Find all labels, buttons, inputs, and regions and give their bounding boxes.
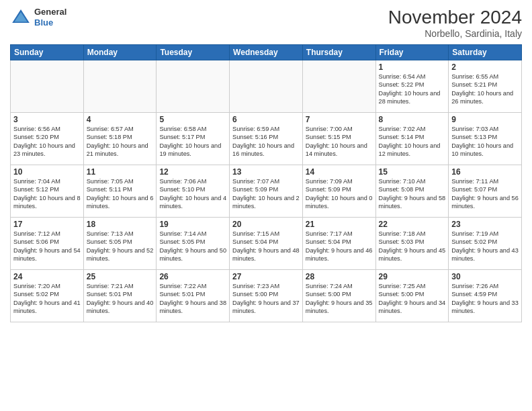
day-number: 15 xyxy=(379,167,446,177)
day-number: 6 xyxy=(232,115,300,124)
calendar-week-row: 3Sunrise: 6:56 AM Sunset: 5:20 PM Daylig… xyxy=(11,113,522,165)
calendar-week-row: 1Sunrise: 6:54 AM Sunset: 5:22 PM Daylig… xyxy=(11,60,522,113)
calendar-cell: 28Sunrise: 7:24 AM Sunset: 5:00 PM Dayli… xyxy=(302,270,375,322)
calendar-week-row: 24Sunrise: 7:20 AM Sunset: 5:02 PM Dayli… xyxy=(11,270,522,322)
weekday-header: Thursday xyxy=(302,45,375,60)
logo-general: General xyxy=(34,7,66,17)
day-number: 19 xyxy=(159,220,226,229)
logo-text: General Blue xyxy=(34,7,66,28)
day-detail: Sunrise: 7:09 AM Sunset: 5:09 PM Dayligh… xyxy=(306,177,373,211)
day-number: 25 xyxy=(87,272,154,281)
calendar-cell: 3Sunrise: 6:56 AM Sunset: 5:20 PM Daylig… xyxy=(11,113,84,165)
calendar-cell: 5Sunrise: 6:58 AM Sunset: 5:17 PM Daylig… xyxy=(157,113,230,165)
calendar-cell: 15Sunrise: 7:10 AM Sunset: 5:08 PM Dayli… xyxy=(375,165,449,218)
day-number: 20 xyxy=(232,220,300,229)
logo-blue: Blue xyxy=(34,17,66,28)
calendar-cell: 13Sunrise: 7:07 AM Sunset: 5:09 PM Dayli… xyxy=(230,165,303,218)
day-detail: Sunrise: 7:19 AM Sunset: 5:02 PM Dayligh… xyxy=(451,230,519,263)
day-number: 11 xyxy=(87,167,154,177)
day-number: 4 xyxy=(87,115,154,124)
day-detail: Sunrise: 7:06 AM Sunset: 5:10 PM Dayligh… xyxy=(159,177,226,211)
calendar-cell xyxy=(11,60,84,113)
calendar-cell: 27Sunrise: 7:23 AM Sunset: 5:00 PM Dayli… xyxy=(230,270,303,322)
day-detail: Sunrise: 6:54 AM Sunset: 5:22 PM Dayligh… xyxy=(379,73,446,106)
day-number: 24 xyxy=(13,272,81,281)
day-detail: Sunrise: 7:18 AM Sunset: 5:03 PM Dayligh… xyxy=(379,230,446,263)
day-number: 27 xyxy=(232,272,300,281)
calendar-cell: 21Sunrise: 7:17 AM Sunset: 5:04 PM Dayli… xyxy=(302,218,375,270)
month-title: November 2024 xyxy=(388,7,522,28)
weekday-header: Tuesday xyxy=(157,45,230,60)
day-detail: Sunrise: 7:15 AM Sunset: 5:04 PM Dayligh… xyxy=(232,230,300,263)
weekday-header: Saturday xyxy=(449,45,522,60)
day-number: 29 xyxy=(379,272,446,281)
logo: General Blue xyxy=(10,7,66,28)
day-detail: Sunrise: 7:14 AM Sunset: 5:05 PM Dayligh… xyxy=(159,230,226,263)
location-title: Norbello, Sardinia, Italy xyxy=(388,28,522,39)
calendar-cell: 8Sunrise: 7:02 AM Sunset: 5:14 PM Daylig… xyxy=(375,113,449,165)
calendar-cell: 16Sunrise: 7:11 AM Sunset: 5:07 PM Dayli… xyxy=(449,165,522,218)
calendar-cell xyxy=(157,60,230,113)
calendar-cell: 10Sunrise: 7:04 AM Sunset: 5:12 PM Dayli… xyxy=(11,165,84,218)
day-detail: Sunrise: 6:55 AM Sunset: 5:21 PM Dayligh… xyxy=(451,73,519,106)
day-detail: Sunrise: 7:24 AM Sunset: 5:00 PM Dayligh… xyxy=(306,282,373,316)
calendar-header-row: SundayMondayTuesdayWednesdayThursdayFrid… xyxy=(11,45,522,60)
day-number: 14 xyxy=(306,167,373,177)
calendar-cell: 11Sunrise: 7:05 AM Sunset: 5:11 PM Dayli… xyxy=(83,165,157,218)
day-number: 22 xyxy=(379,220,446,229)
calendar-cell: 9Sunrise: 7:03 AM Sunset: 5:13 PM Daylig… xyxy=(449,113,522,165)
day-number: 2 xyxy=(451,62,519,72)
calendar-cell: 19Sunrise: 7:14 AM Sunset: 5:05 PM Dayli… xyxy=(157,218,230,270)
day-number: 8 xyxy=(379,115,446,124)
title-block: November 2024 Norbello, Sardinia, Italy xyxy=(388,7,522,39)
day-number: 10 xyxy=(13,167,81,177)
calendar-cell: 23Sunrise: 7:19 AM Sunset: 5:02 PM Dayli… xyxy=(449,218,522,270)
day-detail: Sunrise: 7:12 AM Sunset: 5:06 PM Dayligh… xyxy=(13,230,81,263)
weekday-header: Friday xyxy=(375,45,449,60)
calendar-week-row: 10Sunrise: 7:04 AM Sunset: 5:12 PM Dayli… xyxy=(11,165,522,218)
calendar-cell: 12Sunrise: 7:06 AM Sunset: 5:10 PM Dayli… xyxy=(157,165,230,218)
day-detail: Sunrise: 7:10 AM Sunset: 5:08 PM Dayligh… xyxy=(379,177,446,211)
day-detail: Sunrise: 6:58 AM Sunset: 5:17 PM Dayligh… xyxy=(159,125,226,158)
weekday-header: Monday xyxy=(83,45,157,60)
logo-icon xyxy=(10,7,32,28)
calendar-cell: 25Sunrise: 7:21 AM Sunset: 5:01 PM Dayli… xyxy=(83,270,157,322)
calendar-week-row: 17Sunrise: 7:12 AM Sunset: 5:06 PM Dayli… xyxy=(11,218,522,270)
header: General Blue November 2024 Norbello, Sar… xyxy=(10,7,522,39)
day-number: 7 xyxy=(306,115,373,124)
day-detail: Sunrise: 6:57 AM Sunset: 5:18 PM Dayligh… xyxy=(87,125,154,158)
calendar-cell: 30Sunrise: 7:26 AM Sunset: 4:59 PM Dayli… xyxy=(449,270,522,322)
calendar-cell: 18Sunrise: 7:13 AM Sunset: 5:05 PM Dayli… xyxy=(83,218,157,270)
weekday-header: Wednesday xyxy=(230,45,303,60)
calendar-cell: 6Sunrise: 6:59 AM Sunset: 5:16 PM Daylig… xyxy=(230,113,303,165)
calendar-cell: 29Sunrise: 7:25 AM Sunset: 5:00 PM Dayli… xyxy=(375,270,449,322)
day-detail: Sunrise: 7:00 AM Sunset: 5:15 PM Dayligh… xyxy=(306,125,373,158)
calendar-cell xyxy=(302,60,375,113)
day-number: 5 xyxy=(159,115,226,124)
calendar-cell: 22Sunrise: 7:18 AM Sunset: 5:03 PM Dayli… xyxy=(375,218,449,270)
calendar-cell: 1Sunrise: 6:54 AM Sunset: 5:22 PM Daylig… xyxy=(375,60,449,113)
calendar-cell xyxy=(230,60,303,113)
day-number: 9 xyxy=(451,115,519,124)
day-number: 17 xyxy=(13,220,81,229)
day-detail: Sunrise: 7:02 AM Sunset: 5:14 PM Dayligh… xyxy=(379,125,446,158)
day-detail: Sunrise: 7:07 AM Sunset: 5:09 PM Dayligh… xyxy=(232,177,300,211)
calendar-cell: 24Sunrise: 7:20 AM Sunset: 5:02 PM Dayli… xyxy=(11,270,84,322)
page: General Blue November 2024 Norbello, Sar… xyxy=(0,0,532,411)
calendar-cell: 14Sunrise: 7:09 AM Sunset: 5:09 PM Dayli… xyxy=(302,165,375,218)
day-detail: Sunrise: 7:13 AM Sunset: 5:05 PM Dayligh… xyxy=(87,230,154,263)
day-number: 30 xyxy=(451,272,519,281)
day-detail: Sunrise: 7:26 AM Sunset: 4:59 PM Dayligh… xyxy=(451,282,519,316)
day-number: 23 xyxy=(451,220,519,229)
calendar-cell: 2Sunrise: 6:55 AM Sunset: 5:21 PM Daylig… xyxy=(449,60,522,113)
day-number: 16 xyxy=(451,167,519,177)
calendar-cell xyxy=(83,60,157,113)
day-number: 26 xyxy=(159,272,226,281)
day-number: 13 xyxy=(232,167,300,177)
calendar-table: SundayMondayTuesdayWednesdayThursdayFrid… xyxy=(10,44,522,322)
day-detail: Sunrise: 7:20 AM Sunset: 5:02 PM Dayligh… xyxy=(13,282,81,316)
day-detail: Sunrise: 7:25 AM Sunset: 5:00 PM Dayligh… xyxy=(379,282,446,316)
day-detail: Sunrise: 7:05 AM Sunset: 5:11 PM Dayligh… xyxy=(87,177,154,211)
day-number: 21 xyxy=(306,220,373,229)
calendar-cell: 4Sunrise: 6:57 AM Sunset: 5:18 PM Daylig… xyxy=(83,113,157,165)
